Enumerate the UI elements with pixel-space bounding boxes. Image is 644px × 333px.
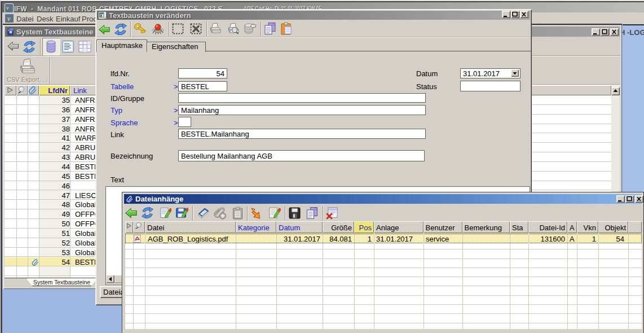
svg-text:ν: ν (6, 4, 9, 11)
svg-text:ν: ν (7, 15, 11, 23)
